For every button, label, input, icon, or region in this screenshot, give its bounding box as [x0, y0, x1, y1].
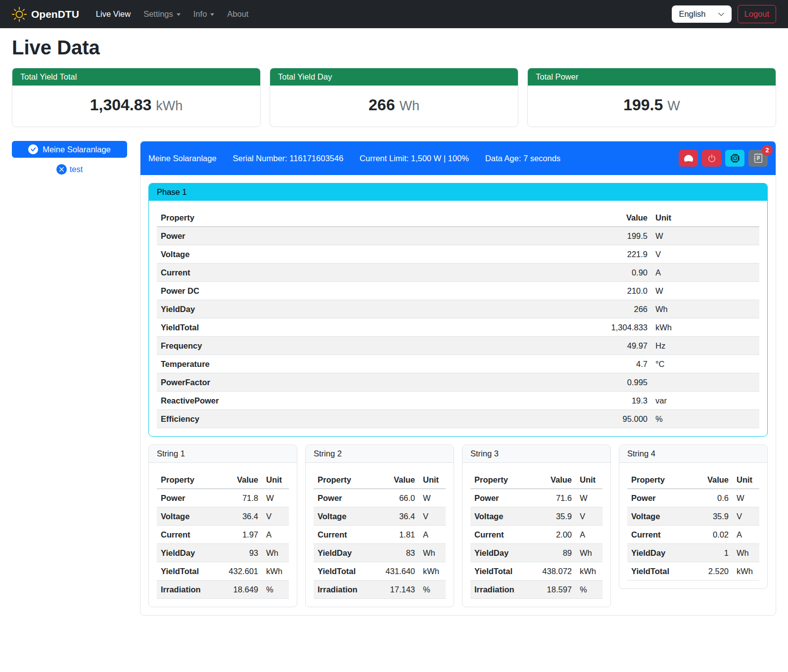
summary-card-title: Total Power [528, 68, 776, 86]
property-cell: YieldDay [157, 300, 453, 318]
property-cell: Irradiation [314, 581, 372, 599]
cpu-icon [731, 154, 740, 163]
string-2-table: Property Value Unit Power66.0W Voltage36… [314, 471, 446, 599]
string-3-card: String 3 Property Value Unit [462, 445, 611, 607]
table-row: Power0.6W [627, 489, 759, 507]
property-cell: Irradiation [470, 581, 529, 599]
caret-down-icon [210, 13, 214, 16]
value-cell: 2.00 [529, 526, 576, 544]
value-cell: 1.97 [216, 526, 262, 544]
summary-value: 1,304.83 [90, 96, 152, 114]
inverter-select-button-test[interactable]: test [12, 164, 127, 175]
value-cell: 1.81 [372, 526, 419, 544]
chevron-down-icon [718, 11, 725, 18]
property-cell: YieldTotal [627, 562, 692, 581]
inverter-limit: Current Limit: 1,500 W | 100% [360, 154, 469, 163]
nav-item-settings[interactable]: Settings [139, 5, 185, 23]
journal-list-icon [754, 154, 763, 163]
property-cell: Current [627, 526, 692, 544]
table-row: Power71.6W [470, 489, 603, 507]
inverter-selector-sidebar: Meine Solaranlage test [12, 141, 127, 175]
value-cell: 36.4 [372, 507, 419, 526]
summary-card-body: 1,304.83kWh [12, 86, 260, 127]
property-cell: Current [157, 264, 453, 282]
value-cell: 2.520 [692, 562, 733, 581]
logout-button[interactable]: Logout [738, 5, 776, 23]
string-4-card: String 4 Property Value Unit [619, 445, 768, 589]
unit-cell: Wh [419, 544, 446, 562]
property-cell: Current [470, 526, 529, 544]
summary-cards-row: Total Yield Total 1,304.83kWh Total Yiel… [12, 68, 776, 127]
summary-value: 266 [369, 96, 395, 114]
nav-item-label: About [227, 9, 248, 19]
summary-card-body: 199.5W [528, 86, 776, 127]
summary-card-total-yield-day: Total Yield Day 266Wh [270, 68, 518, 127]
table-row: YieldDay89Wh [470, 544, 603, 562]
table-header-row: Property Value Unit [314, 471, 446, 489]
unit-cell: V [419, 507, 446, 526]
property-cell: PowerFactor [157, 373, 453, 392]
value-cell: 35.9 [692, 507, 733, 526]
column-header-value: Value [529, 471, 576, 489]
value-cell: 83 [372, 544, 419, 562]
table-row: Voltage36.4V [157, 507, 289, 526]
nav-item-about[interactable]: About [223, 5, 252, 23]
language-select[interactable]: English [672, 5, 731, 23]
limit-settings-button[interactable] [679, 150, 698, 167]
unit-cell: A [419, 526, 446, 544]
phase-table: Property Value Unit Power199.5W Voltage2… [157, 209, 759, 428]
value-cell: 0.6 [692, 489, 733, 507]
sun-icon [12, 7, 27, 22]
table-row: Irradiation18.649% [157, 581, 289, 599]
column-header-property: Property [157, 209, 453, 227]
value-cell: 93 [216, 544, 262, 562]
string-1-table: Property Value Unit Power71.8W Voltage36… [157, 471, 289, 599]
inverter-data-age: Data Age: 7 seconds [485, 154, 560, 163]
table-row: YieldDay83Wh [314, 544, 446, 562]
column-header-unit: Unit [733, 471, 759, 489]
unit-cell: V [262, 507, 289, 526]
value-cell: 95.000 [453, 410, 651, 428]
unit-cell: Wh [262, 544, 289, 562]
navbar-right: English Logout [672, 5, 776, 23]
inverter-card: Meine Solaranlage Serial Number: 1161716… [140, 141, 776, 616]
power-icon [707, 154, 716, 163]
unit-cell: % [419, 581, 446, 599]
value-cell: 431.640 [372, 562, 419, 581]
summary-card-title: Total Yield Day [270, 68, 518, 86]
table-header-row: Property Value Unit [157, 209, 759, 227]
table-row: PowerFactor0.995 [157, 373, 759, 392]
table-row: YieldDay1Wh [627, 544, 759, 562]
property-cell: Temperature [157, 355, 453, 373]
strings-row: String 1 Property Value Unit [148, 445, 768, 607]
unit-cell: Wh [733, 544, 759, 562]
unit-cell: kWh [651, 318, 759, 337]
summary-card-total-power: Total Power 199.5W [527, 68, 776, 127]
device-info-button[interactable] [725, 150, 744, 167]
table-row: ReactivePower19.3var [157, 392, 759, 410]
column-header-unit: Unit [262, 471, 289, 489]
inverter-select-button-active[interactable]: Meine Solaranlage [12, 141, 127, 158]
unit-cell: V [576, 507, 603, 526]
value-cell: 0.995 [453, 373, 651, 392]
property-cell: YieldTotal [157, 318, 453, 337]
unit-cell: % [576, 581, 603, 599]
value-cell: 266 [453, 300, 651, 318]
string-4-table: Property Value Unit Power0.6W Voltage35.… [627, 471, 759, 581]
brand-link[interactable]: OpenDTU [12, 7, 79, 22]
table-row: Frequency49.97Hz [157, 337, 759, 355]
nav-item-info[interactable]: Info [189, 5, 219, 23]
event-log-button[interactable]: 2 [748, 150, 768, 167]
power-button[interactable] [702, 150, 721, 167]
property-cell: YieldDay [470, 544, 529, 562]
column-header-unit: Unit [576, 471, 603, 489]
table-row: Power66.0W [314, 489, 446, 507]
nav-item-label: Info [193, 9, 207, 19]
table-row: Voltage35.9V [470, 507, 603, 526]
inverter-select-label: test [70, 165, 83, 174]
unit-cell: V [651, 245, 759, 264]
caret-down-icon [177, 13, 181, 16]
unit-cell: A [576, 526, 603, 544]
nav-item-live-view[interactable]: Live View [92, 5, 135, 23]
nav-item-label: Live View [96, 9, 131, 19]
